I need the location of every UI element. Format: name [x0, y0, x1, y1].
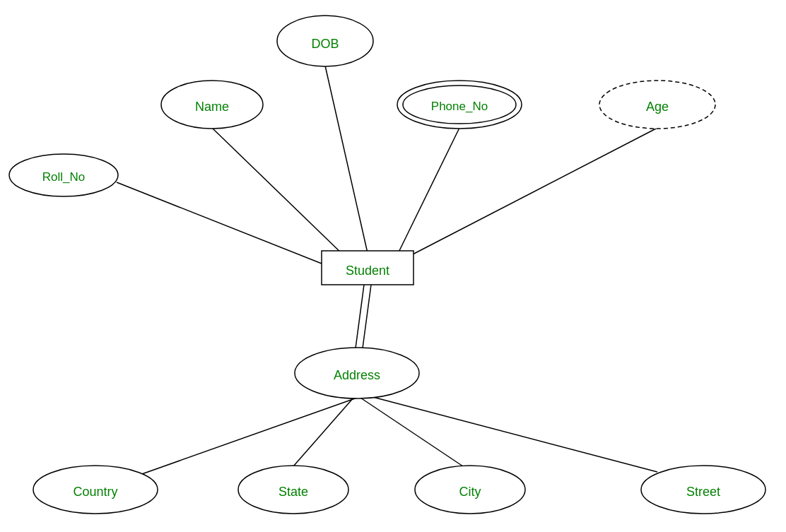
line-student-dob [325, 66, 368, 253]
phone-label: Phone_No [431, 100, 488, 113]
street-label: Street [686, 485, 720, 499]
line-student-phone [396, 128, 459, 258]
line-student-rollno [117, 182, 325, 265]
name-label: Name [195, 100, 229, 114]
dob-label: DOB [311, 37, 339, 51]
line-student-address-1 [356, 285, 364, 348]
state-label: State [278, 485, 308, 499]
line-address-state [293, 398, 353, 466]
address-label: Address [334, 368, 380, 382]
student-label: Student [346, 264, 389, 278]
line-student-age [410, 128, 657, 256]
country-label: Country [73, 485, 117, 499]
line-address-city [360, 398, 463, 466]
line-address-street [368, 396, 657, 472]
line-student-name [212, 128, 346, 258]
line-student-address-2 [363, 285, 371, 348]
er-diagram: DOB Name Phone_No Age Roll_No Student Ad… [0, 0, 786, 532]
line-address-country [138, 398, 357, 475]
city-label: City [459, 485, 481, 499]
rollno-label: Roll_No [42, 170, 85, 184]
age-label: Age [646, 100, 669, 114]
